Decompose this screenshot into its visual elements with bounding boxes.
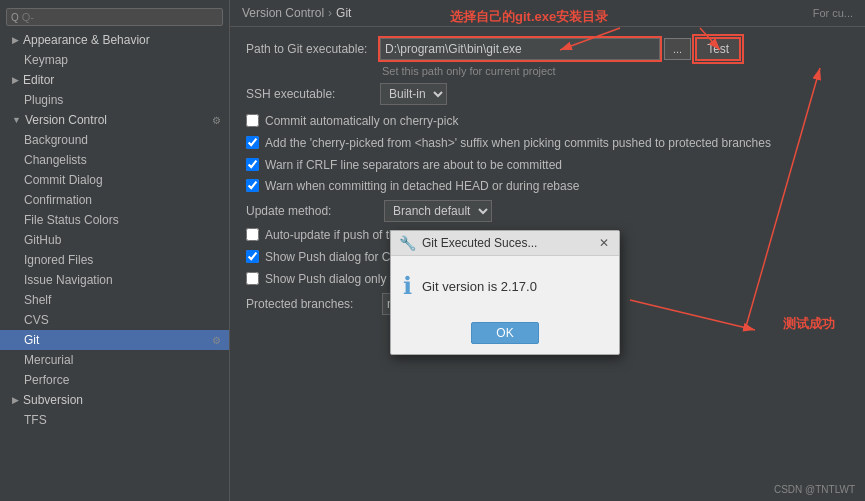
sidebar-section: ▶ Appearance & Behavior Keymap ▶ Editor … xyxy=(0,30,229,430)
for-current-label: For cu... xyxy=(813,7,853,19)
sidebar-item-editor[interactable]: ▶ Editor xyxy=(0,70,229,90)
sidebar-item-github[interactable]: GitHub xyxy=(0,230,229,250)
sidebar-item-label: Subversion xyxy=(23,393,83,407)
dialog-title: Git Executed Suces... xyxy=(422,236,537,250)
sidebar-item-issue-navigation[interactable]: Issue Navigation xyxy=(0,270,229,290)
sidebar-item-label: CVS xyxy=(24,313,49,327)
update-method-label: Update method: xyxy=(246,204,376,218)
sidebar-item-commit-dialog[interactable]: Commit Dialog xyxy=(0,170,229,190)
cherry-pick-row: Commit automatically on cherry-pick xyxy=(246,113,849,130)
ssh-dropdown[interactable]: Built-in xyxy=(380,83,447,105)
hint-row: Set this path only for current project xyxy=(378,65,849,77)
sidebar-item-label: Confirmation xyxy=(24,193,92,207)
cherry-suffix-row: Add the 'cherry-picked from <hash>' suff… xyxy=(246,135,849,152)
dialog-ok-button[interactable]: OK xyxy=(471,322,538,344)
sidebar-item-label: Issue Navigation xyxy=(24,273,113,287)
protected-label: Protected branches: xyxy=(246,297,376,311)
sidebar-item-appearance[interactable]: ▶ Appearance & Behavior xyxy=(0,30,229,50)
breadcrumb: Version Control › Git For cu... xyxy=(230,0,865,27)
settings-icon: ⚙ xyxy=(212,115,221,126)
sidebar-item-label: Shelf xyxy=(24,293,51,307)
arrow-icon: ▼ xyxy=(12,115,21,125)
cherry-pick-label: Commit automatically on cherry-pick xyxy=(265,113,458,130)
sidebar-item-label: Perforce xyxy=(24,373,69,387)
sidebar-item-label: Plugins xyxy=(24,93,63,107)
breadcrumb-separator: › xyxy=(328,6,332,20)
crlf-checkbox[interactable] xyxy=(246,158,259,171)
sidebar-item-git[interactable]: Git ⚙ xyxy=(0,330,229,350)
sidebar-item-mercurial[interactable]: Mercurial xyxy=(0,350,229,370)
ssh-label: SSH executable: xyxy=(246,87,376,101)
arrow-icon: ▶ xyxy=(12,35,19,45)
dialog-message: Git version is 2.17.0 xyxy=(422,279,537,294)
cherry-suffix-label: Add the 'cherry-picked from <hash>' suff… xyxy=(265,135,771,152)
dialog-info-icon: ℹ xyxy=(403,272,412,300)
sidebar-item-ignored-files[interactable]: Ignored Files xyxy=(0,250,229,270)
update-method-row: Update method: Branch default xyxy=(246,200,849,222)
dialog-footer: OK xyxy=(391,316,619,354)
sidebar-item-plugins[interactable]: Plugins xyxy=(0,90,229,110)
auto-update-checkbox[interactable] xyxy=(246,228,259,241)
path-row: Path to Git executable: ... Test xyxy=(246,37,849,61)
test-button[interactable]: Test xyxy=(695,37,741,61)
browse-button[interactable]: ... xyxy=(664,38,691,60)
sidebar-item-background[interactable]: Background xyxy=(0,130,229,150)
sidebar: Q ▶ Appearance & Behavior Keymap ▶ Edito… xyxy=(0,0,230,501)
sidebar-item-perforce[interactable]: Perforce xyxy=(0,370,229,390)
sidebar-item-label: Appearance & Behavior xyxy=(23,33,150,47)
crlf-row: Warn if CRLF line separators are about t… xyxy=(246,157,849,174)
sidebar-item-label: Background xyxy=(24,133,88,147)
dialog-body: ℹ Git version is 2.17.0 xyxy=(391,256,619,316)
sidebar-item-shelf[interactable]: Shelf xyxy=(0,290,229,310)
breadcrumb-git: Git xyxy=(336,6,351,20)
sidebar-item-label: Changelists xyxy=(24,153,87,167)
ssh-row: SSH executable: Built-in xyxy=(246,83,849,105)
path-input[interactable] xyxy=(380,38,660,60)
sidebar-item-label: Editor xyxy=(23,73,54,87)
show-push-only-checkbox[interactable] xyxy=(246,272,259,285)
cherry-pick-checkbox[interactable] xyxy=(246,114,259,127)
detached-row: Warn when committing in detached HEAD or… xyxy=(246,178,849,195)
sidebar-item-cvs[interactable]: CVS xyxy=(0,310,229,330)
sidebar-item-changelists[interactable]: Changelists xyxy=(0,150,229,170)
show-push-checkbox[interactable] xyxy=(246,250,259,263)
arrow-icon: ▶ xyxy=(12,395,19,405)
search-icon: Q xyxy=(11,12,19,23)
crlf-label: Warn if CRLF line separators are about t… xyxy=(265,157,562,174)
dialog-close-button[interactable]: ✕ xyxy=(597,236,611,250)
path-label: Path to Git executable: xyxy=(246,42,376,56)
sidebar-item-tfs[interactable]: TFS xyxy=(0,410,229,430)
path-hint: Set this path only for current project xyxy=(382,65,556,77)
detached-checkbox[interactable] xyxy=(246,179,259,192)
sidebar-item-keymap[interactable]: Keymap xyxy=(0,50,229,70)
sidebar-item-label: TFS xyxy=(24,413,47,427)
sidebar-item-label: Ignored Files xyxy=(24,253,93,267)
sidebar-item-version-control[interactable]: ▼ Version Control ⚙ xyxy=(0,110,229,130)
sidebar-item-label: Version Control xyxy=(25,113,107,127)
arrow-icon: ▶ xyxy=(12,75,19,85)
sidebar-item-label: File Status Colors xyxy=(24,213,119,227)
sidebar-item-label: Git xyxy=(24,333,39,347)
settings-icon: ⚙ xyxy=(212,335,221,346)
search-bar[interactable]: Q xyxy=(6,8,223,26)
sidebar-item-file-status-colors[interactable]: File Status Colors xyxy=(0,210,229,230)
sidebar-item-label: Commit Dialog xyxy=(24,173,103,187)
sidebar-item-label: Keymap xyxy=(24,53,68,67)
cherry-suffix-checkbox[interactable] xyxy=(246,136,259,149)
dialog-title-bar: 🔧 Git Executed Suces... ✕ xyxy=(391,231,619,256)
breadcrumb-version-control: Version Control xyxy=(242,6,324,20)
dialog-title-icon: 🔧 xyxy=(399,235,416,251)
search-input[interactable] xyxy=(22,11,218,23)
sidebar-item-subversion[interactable]: ▶ Subversion xyxy=(0,390,229,410)
sidebar-item-confirmation[interactable]: Confirmation xyxy=(0,190,229,210)
detached-label: Warn when committing in detached HEAD or… xyxy=(265,178,579,195)
sidebar-item-label: GitHub xyxy=(24,233,61,247)
sidebar-item-label: Mercurial xyxy=(24,353,73,367)
update-method-dropdown[interactable]: Branch default xyxy=(384,200,492,222)
git-executed-dialog: 🔧 Git Executed Suces... ✕ ℹ Git version … xyxy=(390,230,620,355)
